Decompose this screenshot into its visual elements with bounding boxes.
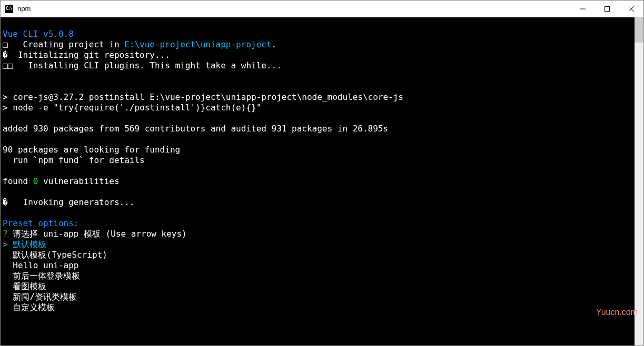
template-option[interactable]: 默认模板	[13, 239, 46, 249]
added-packages-line: added 930 packages from 569 contributors…	[3, 124, 388, 134]
maximize-icon	[605, 6, 610, 12]
init-git-line: � Initializing git repository...	[3, 50, 170, 60]
vue-cli-version: Vue CLI v5.0.8	[3, 29, 74, 39]
invoking-line: � Invoking generators...	[3, 197, 134, 207]
svg-rect-1	[605, 6, 610, 11]
funding-line-2: run `npm fund` for details	[3, 155, 145, 165]
template-option[interactable]: 看图模板	[13, 281, 46, 291]
terminal-window: C:\ npm Vue CLI v5.0.8 □ Creating projec…	[0, 0, 644, 346]
titlebar[interactable]: C:\ npm	[1, 1, 643, 17]
template-list[interactable]: 默认模板 默认模板(TypeScript) Hello uni-app 前后一体…	[3, 239, 107, 312]
preset-options-label: Preset options:	[3, 218, 79, 228]
template-option[interactable]: 默认模板(TypeScript)	[13, 250, 107, 260]
found-prefix: found	[3, 176, 33, 186]
selector-arrow: >	[3, 239, 8, 249]
cmd-icon-text: C:\	[6, 6, 12, 11]
found-count: 0	[33, 176, 38, 186]
installing-line: □□ Installing CLI plugins. This might ta…	[3, 60, 282, 70]
found-suffix: vulnerabilities	[38, 176, 119, 186]
postinstall-line: > core-js@3.27.2 postinstall E:\vue-proj…	[3, 92, 403, 102]
close-button[interactable]	[619, 1, 643, 17]
scrollbar[interactable]	[635, 17, 643, 345]
template-option[interactable]: 自定义模板	[13, 302, 55, 312]
template-option[interactable]: 前后一体登录模板	[13, 271, 80, 281]
minimize-button[interactable]	[571, 1, 595, 17]
maximize-button[interactable]	[595, 1, 619, 17]
prompt-text: 请选择 uni-app 模板 (Use arrow keys)	[8, 229, 187, 239]
window-controls	[571, 1, 643, 17]
minimize-icon	[580, 6, 586, 12]
funding-line-1: 90 packages are looking for funding	[3, 145, 180, 155]
scrollbar-thumb[interactable]	[635, 17, 643, 43]
window-title: npm	[17, 5, 31, 13]
template-option[interactable]: Hello uni-app	[13, 260, 78, 270]
template-option[interactable]: 新闻/资讯类模板	[13, 292, 77, 302]
creating-line-prefix: □ Creating project in	[3, 39, 124, 49]
node-cmd-line: > node -e "try{require('./postinstall')}…	[3, 103, 261, 113]
terminal-output[interactable]: Vue CLI v5.0.8 □ Creating project in E:\…	[1, 17, 635, 345]
prompt-question-mark: ?	[3, 229, 8, 239]
cmd-icon: C:\	[5, 5, 13, 13]
creating-suffix: .	[272, 39, 277, 49]
creating-path: E:\vue-project\uniapp-project	[124, 39, 271, 49]
terminal-area: Vue CLI v5.0.8 □ Creating project in E:\…	[1, 17, 643, 345]
close-icon	[629, 6, 634, 12]
